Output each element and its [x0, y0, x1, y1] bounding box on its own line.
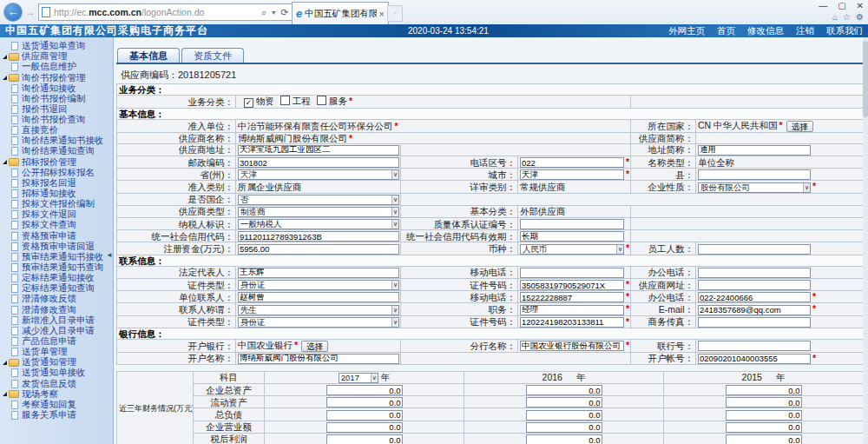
field-input[interactable]	[238, 231, 399, 242]
field-select[interactable]: 身份证∨	[238, 280, 399, 290]
minimize-button[interactable]: —	[819, 1, 827, 10]
field-select[interactable]: 人民币∨	[520, 244, 624, 255]
new-tab-button[interactable]: ▫	[387, 5, 403, 22]
field-select[interactable]: 2017∨	[339, 373, 378, 383]
field-input[interactable]	[238, 145, 399, 156]
refresh-icon[interactable]: ⟳	[280, 7, 288, 18]
finance-row: 企业营业额	[117, 421, 864, 433]
settings-gear-icon[interactable]: ⚙	[856, 12, 864, 22]
field-input[interactable]	[238, 157, 399, 168]
field-cell: *	[518, 303, 631, 315]
select-button[interactable]: 选择	[301, 341, 328, 352]
field-input[interactable]	[698, 305, 811, 315]
forward-button[interactable]: →	[25, 6, 36, 18]
finance-value-input[interactable]	[526, 385, 602, 395]
field-input[interactable]	[698, 317, 811, 328]
field-input[interactable]	[520, 305, 624, 315]
finance-value-input[interactable]	[726, 422, 802, 433]
field-input[interactable]	[238, 244, 399, 255]
chevron-down-icon[interactable]: ▾	[272, 9, 275, 17]
field-cell	[236, 242, 401, 255]
finance-value-input[interactable]	[326, 434, 403, 444]
finance-value-input[interactable]	[526, 422, 602, 433]
finance-value-input[interactable]	[326, 410, 403, 421]
address-bar[interactable]: http://ec.mcc.com.cn/logonAction.do	[38, 3, 262, 21]
field-input[interactable]	[520, 341, 624, 351]
finance-value-input[interactable]	[726, 397, 802, 408]
finance-value-input[interactable]	[526, 434, 602, 444]
field-input[interactable]	[698, 341, 811, 351]
select-button[interactable]: 选择	[786, 121, 813, 132]
field-cell: 制造商∨*	[236, 205, 401, 217]
tab-inactive[interactable]: 资质文件	[181, 48, 244, 63]
nav-link[interactable]: 外网主页	[668, 25, 705, 36]
field-label: 省(州)：	[117, 169, 236, 181]
browser-tab-title: 中国五矿集团有限公司采购...	[305, 8, 376, 20]
field-input[interactable]	[520, 231, 624, 242]
field-input[interactable]	[698, 292, 811, 302]
field-input[interactable]	[520, 169, 624, 180]
finance-value-input[interactable]	[326, 397, 403, 408]
nav-link[interactable]: 修改信息	[747, 25, 784, 36]
checkbox[interactable]	[280, 96, 290, 105]
field-select[interactable]: 制造商∨	[238, 207, 399, 217]
back-button[interactable]: ←	[3, 3, 23, 22]
field-input[interactable]	[698, 169, 811, 180]
finance-value-input[interactable]	[326, 422, 403, 433]
finance-subject: 流动资产	[194, 396, 265, 408]
field-input[interactable]	[238, 268, 399, 278]
maximize-button[interactable]: ▢	[838, 1, 845, 10]
field-label: 开户银行：	[117, 339, 236, 352]
required-asterisk: *	[812, 303, 816, 314]
checkbox[interactable]	[317, 96, 326, 105]
form-row: 法定代表人：*移动电话：办公电话：	[117, 266, 864, 278]
nav-link[interactable]: 联系我们	[826, 25, 863, 36]
search-icon[interactable]: ⌕	[261, 7, 266, 18]
sidebar-item[interactable]: 服务关系申请	[0, 410, 113, 421]
finance-value-input[interactable]	[526, 410, 602, 421]
field-select[interactable]: 一般纳税人∨	[238, 219, 399, 229]
field-input[interactable]	[698, 354, 811, 364]
scrollbar-thumb[interactable]	[863, 41, 868, 117]
field-input[interactable]	[520, 157, 624, 168]
field-input[interactable]	[698, 145, 811, 156]
field-input[interactable]	[520, 268, 624, 278]
field-select[interactable]: 股份有限公司∨	[698, 182, 811, 193]
field-select[interactable]: 天津∨	[238, 169, 399, 180]
field-value: 外部供应商	[518, 205, 631, 217]
field-select[interactable]: 先生∨	[238, 305, 399, 315]
field-input[interactable]	[698, 268, 811, 278]
home-icon[interactable]: ⌂	[832, 12, 838, 22]
select-arrow-icon: ∨	[371, 374, 378, 382]
field-input[interactable]	[698, 244, 811, 255]
field-input[interactable]	[520, 280, 624, 290]
finance-value-input[interactable]	[726, 385, 802, 395]
favorites-star-icon[interactable]: ☆	[843, 12, 851, 22]
nav-link[interactable]: 注销	[796, 25, 814, 36]
finance-value-input[interactable]	[726, 410, 802, 421]
vertical-scrollbar[interactable]	[863, 37, 868, 444]
sidebar-collapse-icon[interactable]: ◄	[106, 251, 113, 259]
close-button[interactable]: ✕	[857, 1, 864, 10]
tab-close-icon[interactable]: ×	[379, 9, 385, 19]
field-input[interactable]	[520, 292, 624, 302]
field-input[interactable]	[698, 280, 811, 290]
checkbox[interactable]: ✓	[244, 98, 253, 108]
field-cell: *	[236, 156, 401, 168]
field-label: 办公电话：	[631, 291, 696, 303]
browser-tab[interactable]: e 中国五矿集团有限公司采购... ×	[292, 2, 389, 24]
field-label: 供应商地址：	[117, 143, 236, 156]
field-select[interactable]: 身份证∨	[238, 317, 399, 328]
finance-value-input[interactable]	[726, 434, 802, 444]
tab-active[interactable]: 基本信息	[117, 48, 180, 63]
form-row: 准入单位：中冶节能环保有限责任公司环保分公司*所在国家：CN 中华人民共和国*选…	[117, 120, 864, 133]
field-text: 所属企业供应商	[238, 182, 302, 192]
field-input[interactable]	[520, 219, 624, 229]
field-input[interactable]	[238, 354, 399, 364]
field-select[interactable]: 否∨	[238, 195, 399, 205]
finance-value-input[interactable]	[326, 385, 403, 395]
field-input[interactable]	[520, 317, 624, 328]
nav-link[interactable]: 首页	[717, 25, 735, 36]
field-input[interactable]	[238, 292, 399, 302]
finance-value-input[interactable]	[526, 397, 602, 408]
